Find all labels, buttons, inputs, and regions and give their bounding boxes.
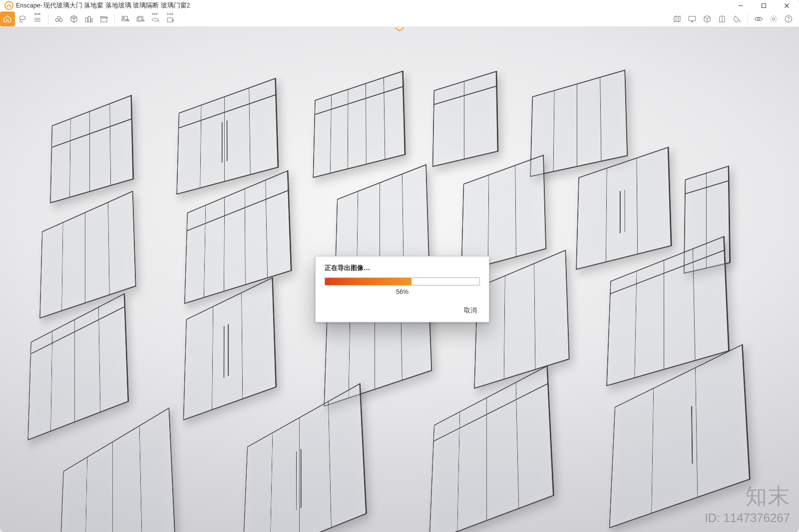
svg-rect-13 (88, 16, 91, 21)
gate-button[interactable] (715, 11, 730, 26)
svg-point-33 (758, 17, 760, 20)
svg-point-9 (55, 18, 58, 21)
panorama-label: 360° (152, 12, 159, 15)
watermark-id-value: 1147376267 (724, 511, 790, 525)
cancel-button[interactable]: 取消 (461, 304, 480, 317)
app-window: Enscape - 现代玻璃大门 落地窗 落地玻璃 玻璃隔断 玻璃门窗2 BIM (0, 0, 799, 532)
nav-cube-button[interactable] (66, 11, 81, 26)
close-button[interactable] (775, 0, 798, 11)
glass-unit (461, 155, 546, 272)
export-dialog: 正在导出图像… 56% 取消 (315, 256, 489, 322)
svg-rect-12 (85, 17, 88, 21)
bim-label: BIM (34, 12, 40, 15)
glass-unit (176, 78, 279, 195)
svg-line-16 (102, 16, 102, 17)
svg-line-18 (106, 17, 106, 18)
image-export-button[interactable] (118, 11, 133, 26)
assets-box-button[interactable] (700, 11, 715, 26)
svg-rect-14 (91, 18, 92, 22)
svg-point-10 (59, 18, 62, 21)
exe-export-button[interactable]: EXE (163, 11, 178, 26)
svg-point-5 (19, 16, 25, 20)
visibility-button[interactable] (751, 11, 766, 26)
progress-bar (325, 277, 480, 285)
clapperboard-button[interactable] (96, 11, 111, 26)
svg-point-23 (152, 18, 159, 20)
panorama-360-button[interactable]: 360° (148, 11, 163, 26)
title-separator: - (40, 2, 42, 9)
watermark-id: ID: 1147376267 (705, 511, 790, 525)
progress-percent: 56% (325, 288, 480, 295)
svg-rect-21 (137, 17, 142, 21)
exe-label: EXE (167, 12, 173, 15)
glass-unit (576, 147, 672, 270)
toolbar-separator (114, 13, 115, 24)
batch-export-button[interactable] (133, 11, 148, 26)
glass-unit (59, 407, 175, 532)
window-controls (729, 0, 798, 11)
lasso-button[interactable] (15, 11, 30, 26)
title-bar: Enscape - 现代玻璃大门 落地窗 落地玻璃 玻璃隔断 玻璃门窗2 (0, 0, 799, 11)
bim-button[interactable]: BIM (30, 11, 45, 26)
render-viewport[interactable]: 正在导出图像… 56% 取消 知末 ID: 1147376267 (0, 27, 799, 532)
watermark-brand: 知末 (705, 482, 790, 511)
glass-unit (313, 70, 405, 178)
svg-point-20 (123, 17, 124, 18)
glass-unit (50, 95, 134, 204)
svg-point-36 (789, 20, 789, 21)
buildings-button[interactable] (81, 11, 96, 26)
app-name: Enscape (16, 2, 40, 9)
svg-rect-27 (689, 16, 696, 20)
svg-rect-22 (138, 16, 143, 20)
glass-unit (429, 365, 554, 532)
home-button[interactable] (0, 11, 15, 26)
maximize-button[interactable] (752, 0, 775, 11)
watermark: 知末 ID: 1147376267 (705, 482, 790, 525)
dialog-title: 正在导出图像… (325, 264, 480, 272)
map-button[interactable] (670, 11, 685, 26)
glass-unit (242, 383, 367, 532)
binoculars-button[interactable] (51, 11, 66, 26)
settings-button[interactable] (766, 11, 781, 26)
glass-unit (432, 71, 499, 167)
document-name: 现代玻璃大门 落地窗 落地玻璃 玻璃隔断 玻璃门窗2 (43, 1, 190, 10)
svg-line-17 (104, 16, 104, 17)
svg-point-34 (773, 17, 775, 20)
monitor-button[interactable] (685, 11, 700, 26)
svg-rect-24 (167, 17, 173, 21)
svg-rect-19 (122, 16, 127, 20)
svg-rect-2 (762, 3, 766, 7)
app-logo-icon (4, 0, 14, 10)
minimize-button[interactable] (729, 0, 752, 11)
toolbar-separator (48, 13, 48, 24)
main-toolbar: BIM 360° (0, 11, 799, 27)
svg-rect-15 (101, 17, 107, 21)
help-button[interactable] (781, 11, 796, 26)
watermark-id-label: ID: (705, 511, 723, 525)
progress-fill (325, 278, 411, 285)
paint-bucket-button[interactable] (730, 11, 745, 26)
glass-unit (530, 69, 628, 177)
toolbar-separator (748, 13, 748, 24)
glass-unit (184, 170, 292, 304)
